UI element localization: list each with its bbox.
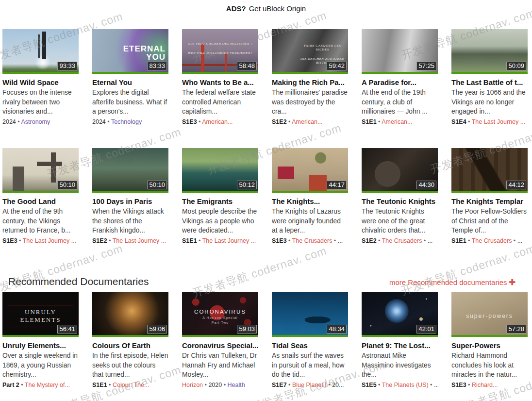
category-link[interactable]: The Crusaders xyxy=(472,237,512,244)
video-thumbnail[interactable]: 48:34 xyxy=(272,292,348,337)
thumbnail-text: QUI VEUT GAGNER DES MILLIARDS ?WER WILL … xyxy=(182,42,258,60)
video-card: 50:12 The Emigrants Most people describe… xyxy=(182,148,258,245)
category-link[interactable]: Astronomy xyxy=(21,118,50,125)
category-link[interactable]: The Crusaders xyxy=(292,237,332,244)
thumbnail-text: ETERNALYOU xyxy=(123,45,166,61)
duration-badge: 44:12 xyxy=(506,181,526,189)
video-card: FAIRE CASQUER LES RICHESDIE REICHEN ZUR … xyxy=(272,29,348,126)
video-meta: Part 2 • The Mystery of... xyxy=(2,381,79,389)
duration-badge: 44:30 xyxy=(416,181,436,189)
progress-bar xyxy=(92,72,168,74)
duration-badge: 93:33 xyxy=(57,62,77,70)
video-title[interactable]: The Emigrants xyxy=(182,197,258,206)
duration-badge: 56:41 xyxy=(57,325,77,334)
video-description: Most people describe the Vikings as a pe… xyxy=(182,207,258,235)
video-thumbnail[interactable]: QUI VEUT GAGNER DES MILLIARDS ?WER WILL … xyxy=(182,29,258,74)
duration-badge: 83:33 xyxy=(147,62,167,70)
progress-bar xyxy=(92,335,168,337)
category-link[interactable]: Technology xyxy=(111,118,142,125)
video-title[interactable]: The Last Battle of t... xyxy=(451,78,528,87)
progress-bar xyxy=(451,335,528,337)
category-link[interactable]: Colour: The... xyxy=(113,382,150,388)
video-thumbnail[interactable]: UNRULY ELEMENTS 56:41 xyxy=(2,292,79,337)
video-thumbnail[interactable]: 50:10 xyxy=(92,148,168,193)
duration-badge: 48:34 xyxy=(327,325,347,334)
video-title[interactable]: A Paradise for... xyxy=(362,78,438,87)
progress-bar xyxy=(182,72,258,74)
more-recommended-label: more Recommended documentaries xyxy=(389,278,507,286)
video-title[interactable]: Tidal Seas xyxy=(272,341,348,350)
video-meta: S1E1 • The Last Journey ... xyxy=(182,237,258,245)
video-card: 44:12 The Knights Templar The Poor Fello… xyxy=(451,148,528,245)
video-thumbnail[interactable]: 42:01 xyxy=(362,292,438,337)
progress-bar xyxy=(272,335,348,337)
video-meta: S1E2 • The Last Journey ... xyxy=(92,237,168,245)
video-title[interactable]: Colours Of Earth xyxy=(92,341,168,350)
video-title[interactable]: Wild Wild Space xyxy=(2,78,79,87)
category-link[interactable]: Health xyxy=(228,382,245,388)
category-link[interactable]: Horizon xyxy=(182,382,203,388)
progress-bar xyxy=(2,191,79,193)
category-link[interactable]: American... xyxy=(292,118,322,125)
duration-badge: 59:42 xyxy=(327,62,347,70)
ublock-link[interactable]: Get uBlock Origin xyxy=(249,4,306,13)
video-title[interactable]: Who Wants to Be a... xyxy=(182,78,258,87)
video-meta: S1E1 • Colour: The... xyxy=(92,381,168,389)
duration-badge: 57:28 xyxy=(506,325,526,334)
video-thumbnail[interactable]: 50:09 xyxy=(451,29,528,74)
bullet-separator: • xyxy=(197,118,202,125)
video-title[interactable]: The Teutonic Knights xyxy=(362,197,438,206)
video-thumbnail[interactable]: ETERNALYOU 83:33 xyxy=(92,29,168,74)
category-link[interactable]: The Last Journey ... xyxy=(23,237,76,244)
video-title[interactable]: Making the Rich Pa... xyxy=(272,78,348,87)
video-thumbnail[interactable]: 50:10 xyxy=(2,148,79,193)
more-recommended-link[interactable]: more Recommended documentaries✚ xyxy=(389,278,515,287)
video-thumbnail[interactable]: 44:12 xyxy=(451,148,528,193)
video-description: As snails surf the waves in pursuit of a… xyxy=(272,351,348,380)
category-link[interactable]: The Last Journey ... xyxy=(202,237,256,244)
progress-bar xyxy=(272,72,348,74)
duration-badge: 59:06 xyxy=(147,325,167,334)
video-card: super-powers 57:28 Super-Powers Richard … xyxy=(451,292,528,389)
video-title[interactable]: Eternal You xyxy=(92,78,168,87)
video-thumbnail[interactable]: 93:33 xyxy=(2,29,79,74)
video-meta: 2024 • Astronomy xyxy=(2,118,79,126)
video-description: The federal welfare state controlled Ame… xyxy=(182,88,258,117)
video-title[interactable]: 100 Days in Paris xyxy=(92,197,168,206)
video-meta: S1E2 • The Crusaders • ... xyxy=(362,237,438,245)
category-link[interactable]: The Last Journey ... xyxy=(113,237,166,244)
category-link[interactable]: American... xyxy=(382,118,412,125)
video-thumbnail[interactable]: 57:25 xyxy=(362,29,438,74)
meta-text: ... xyxy=(517,237,522,244)
video-thumbnail[interactable]: FAIRE CASQUER LES RICHESDIE REICHEN ZUR … xyxy=(272,29,348,74)
video-title[interactable]: Coronavirus Special... xyxy=(182,341,258,350)
meta-text: S1E2 xyxy=(92,237,107,244)
video-meta: S1E7 • Blue Planet I • 20... xyxy=(272,381,348,389)
category-link[interactable]: The Mystery of... xyxy=(25,382,70,388)
category-link[interactable]: Blue Planet I xyxy=(292,382,327,388)
category-link[interactable]: The Last Journey ... xyxy=(472,118,525,125)
category-link[interactable]: American... xyxy=(202,118,233,125)
category-link[interactable]: The Crusaders xyxy=(382,237,422,244)
video-title[interactable]: Unruly Elements... xyxy=(2,341,79,350)
video-title[interactable]: The Good Land xyxy=(2,197,79,206)
video-thumbnail[interactable]: 44:17 xyxy=(272,148,348,193)
meta-text: S1E3 xyxy=(272,237,287,244)
meta-text: ... xyxy=(338,237,343,244)
video-title[interactable]: Super-Powers xyxy=(451,341,528,350)
video-thumbnail[interactable]: super-powers 57:28 xyxy=(451,292,528,337)
category-link[interactable]: The Planets (US) xyxy=(382,382,429,388)
video-thumbnail[interactable]: 59:06 xyxy=(92,292,168,337)
video-title[interactable]: Planet 9: The Lost... xyxy=(362,341,438,350)
category-link[interactable]: Richard... xyxy=(472,382,498,388)
meta-text: 2020 xyxy=(208,382,222,388)
video-description: Focuses on the intense rivalry between t… xyxy=(2,88,79,117)
bullet-separator: • xyxy=(466,382,472,388)
video-thumbnail[interactable]: 44:30 xyxy=(362,148,438,193)
video-thumbnail[interactable]: 50:12 xyxy=(182,148,258,193)
progress-bar xyxy=(92,191,168,193)
video-thumbnail[interactable]: CORONAVIRUS A Horizon Special Part Two 5… xyxy=(182,292,258,337)
bullet-separator: • xyxy=(287,382,292,388)
video-title[interactable]: The Knights Templar xyxy=(451,197,528,206)
video-title[interactable]: The Knights... xyxy=(272,197,348,206)
